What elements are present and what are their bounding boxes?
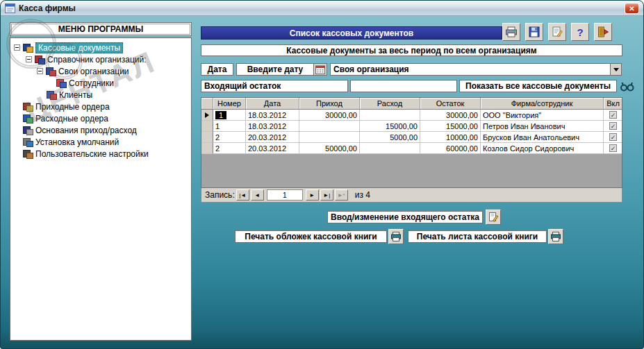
cell-balance[interactable]: 30000,00 [420, 110, 481, 121]
cell-firm[interactable]: ООО "Виктория" [481, 110, 604, 121]
show-all-documents-button[interactable]: Показать все кассовые документы [459, 80, 617, 92]
cell-number[interactable]: 1 [213, 121, 246, 132]
cell-date[interactable]: 18.03.2012 [246, 110, 299, 121]
cell-date[interactable]: 20.03.2012 [246, 143, 299, 154]
clients-icon [47, 91, 56, 99]
row-selector[interactable] [201, 110, 213, 121]
print-sheet-icon-button[interactable] [548, 229, 563, 244]
tree-item-income-expense-bases[interactable]: Основания приход/расход [10, 124, 191, 136]
cell-enabled[interactable]: ✓ [604, 132, 622, 143]
row-selector[interactable] [201, 121, 213, 132]
cell-balance[interactable]: 60000,00 [420, 143, 481, 154]
tree-item-defaults-setup[interactable]: Установка умолчаний [10, 136, 191, 148]
print-cover-icon-button[interactable] [388, 229, 404, 244]
header-cell-expense[interactable]: Расход [360, 98, 420, 110]
next-record-button[interactable]: ► [306, 189, 319, 201]
cash-documents-icon [23, 44, 33, 52]
help-button[interactable]: ? [571, 23, 589, 41]
last-record-button[interactable]: ►| [320, 189, 333, 201]
printer-small-icon [550, 231, 561, 242]
new-record-button[interactable]: ►* [335, 189, 348, 201]
enter-balance-button[interactable]: Ввод/изменение входящего остатка [327, 211, 483, 223]
checkbox-checked[interactable]: ✓ [609, 133, 617, 141]
header-cell-date[interactable]: Дата [246, 98, 299, 110]
income-orders-icon [23, 103, 33, 111]
header-cell-firm[interactable]: Фирма/сотрудник [481, 98, 604, 110]
binoculars-icon [620, 81, 635, 92]
tree-item-clients[interactable]: Клиенты [10, 89, 191, 101]
cell-firm[interactable]: Петров Иван Иванович [481, 121, 604, 132]
cell-expense[interactable]: 5000,00 [360, 132, 420, 143]
cell-enabled[interactable]: ✓ [604, 143, 622, 154]
print-button[interactable] [502, 23, 520, 41]
cell-number[interactable]: 2 [213, 132, 246, 143]
page-edit-icon [488, 212, 499, 223]
cell-income[interactable] [299, 132, 360, 143]
cell-expense[interactable]: 15000,00 [360, 121, 420, 132]
row-selector[interactable] [201, 132, 213, 143]
calendar-button[interactable] [313, 64, 327, 75]
cell-number[interactable]: 1 [213, 110, 246, 121]
tree-item-cash-documents[interactable]: Кассовые документы [10, 42, 191, 53]
table-row[interactable]: 1 18.03.2012 15000,00 15000,00 Петров Ив… [201, 121, 622, 132]
tree-item-user-settings[interactable]: Пользовательские настройки [10, 148, 191, 160]
cell-date[interactable]: 18.03.2012 [246, 121, 299, 132]
checkbox-checked[interactable]: ✓ [609, 111, 617, 119]
checkbox-checked[interactable]: ✓ [609, 144, 617, 152]
checkbox-checked[interactable]: ✓ [609, 122, 617, 130]
cell-income[interactable]: 30000,00 [299, 110, 360, 121]
tree-item-income-orders[interactable]: Приходные ордера [10, 101, 191, 112]
first-record-button[interactable]: |◄ [236, 189, 249, 201]
cell-enabled[interactable]: ✓ [604, 110, 622, 121]
record-nav-label: Запись: [205, 190, 235, 200]
cell-balance[interactable]: 10000,00 [420, 132, 481, 143]
cell-firm[interactable]: Козлов Сидор Сидорович [481, 143, 604, 154]
cell-income[interactable]: 50000,00 [299, 143, 360, 154]
header-cell-balance[interactable]: Остаток [420, 98, 481, 110]
form-edit-button[interactable] [548, 23, 566, 41]
tree-item-label: Сотрудники [69, 78, 114, 88]
own-organization-combobox[interactable]: Своя организация [330, 63, 622, 76]
cell-income[interactable] [299, 121, 360, 132]
cell-expense[interactable] [360, 110, 420, 121]
tree-item-employees[interactable]: Сотрудники [10, 77, 191, 89]
print-sheet-button[interactable]: Печать листа кассовой книги [408, 230, 547, 243]
previous-record-button[interactable]: ◄ [251, 189, 264, 201]
print-cover-button[interactable]: Печать обложек кассовой книги [235, 230, 387, 243]
date-input-value[interactable]: Введите дату [237, 65, 313, 74]
tree-item-org-directory[interactable]: Справочник организаций: [10, 53, 191, 65]
save-button[interactable] [525, 23, 543, 41]
tree-item-label: Расходные ордера [35, 114, 108, 124]
balance-edit-icon-button[interactable] [486, 210, 501, 225]
record-number-box[interactable]: 1 [267, 189, 303, 201]
cell-enabled[interactable]: ✓ [604, 121, 622, 132]
cell-expense[interactable] [360, 143, 420, 154]
collapse-icon[interactable] [37, 68, 43, 74]
dropdown-arrow-button[interactable] [610, 64, 621, 75]
cell-firm[interactable]: Брусков Иван Анатольевич [481, 132, 604, 143]
cell-date[interactable]: 20.03.2012 [246, 132, 299, 143]
tree-item-expense-orders[interactable]: Расходные ордера [10, 112, 191, 124]
date-input[interactable]: Введите дату [236, 63, 327, 76]
header-cell-number[interactable]: Номер [213, 98, 246, 110]
collapse-icon[interactable] [26, 56, 32, 62]
header-cell-income[interactable]: Приход [299, 98, 360, 110]
record-count-label: из 4 [355, 190, 370, 200]
close-button[interactable]: ✕ [625, 3, 639, 14]
own-organizations-icon [46, 67, 56, 76]
title-bar[interactable]: Касса фирмы ✕ [1, 1, 643, 16]
header-cell-enabled[interactable]: Вкл [604, 98, 622, 110]
cell-balance[interactable]: 15000,00 [420, 121, 481, 132]
cell-number[interactable]: 2 [213, 143, 246, 154]
table-row[interactable]: 1 18.03.2012 30000,00 30000,00 ООО "Викт… [201, 110, 622, 121]
collapse-icon[interactable] [14, 44, 20, 51]
search-button[interactable] [619, 80, 636, 92]
chevron-down-icon [613, 68, 619, 71]
table-row[interactable]: 2 20.03.2012 50000,00 60000,00 Козлов Си… [201, 143, 622, 154]
row-selector[interactable] [201, 143, 213, 154]
tree-item-own-organizations[interactable]: Свои организации [10, 65, 191, 77]
printer-small-icon [390, 231, 402, 242]
exit-button[interactable] [594, 23, 612, 41]
table-row[interactable]: 2 20.03.2012 5000,00 10000,00 Брусков Ив… [201, 132, 622, 143]
incoming-balance-input[interactable] [350, 80, 457, 92]
